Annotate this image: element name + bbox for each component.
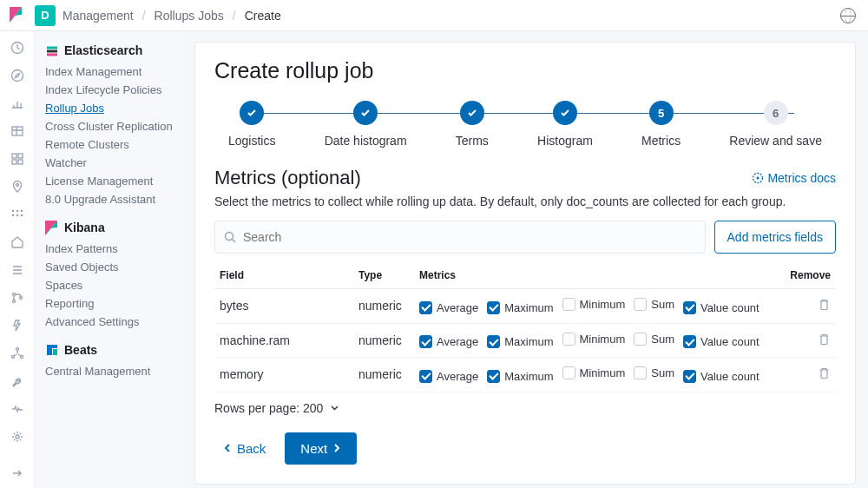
col-field[interactable]: Field bbox=[214, 260, 353, 289]
svg-point-1 bbox=[11, 70, 23, 82]
metric-checkbox[interactable]: Maximum bbox=[487, 370, 553, 383]
sidebar-item[interactable]: Rollup Jobs bbox=[45, 99, 174, 117]
step-1-label: Logistics bbox=[228, 134, 275, 148]
sidebar-item[interactable]: Reporting bbox=[45, 294, 174, 313]
sidebar-item[interactable]: License Management bbox=[45, 172, 174, 190]
globe-icon[interactable] bbox=[840, 8, 856, 23]
wrench-icon[interactable] bbox=[10, 373, 25, 389]
svg-rect-4 bbox=[18, 154, 23, 158]
metric-checkbox[interactable]: Average bbox=[419, 335, 478, 348]
gear-icon[interactable] bbox=[10, 429, 25, 445]
sidebar-item[interactable]: Index Patterns bbox=[45, 240, 174, 258]
metric-checkbox[interactable]: Average bbox=[419, 370, 478, 383]
metric-checkbox[interactable]: Sum bbox=[634, 333, 674, 346]
space-badge[interactable]: D bbox=[35, 5, 56, 26]
metric-label: Sum bbox=[651, 333, 674, 346]
trash-icon[interactable] bbox=[818, 333, 831, 346]
step-6[interactable]: 6 bbox=[764, 101, 788, 125]
pin-icon[interactable] bbox=[10, 179, 25, 195]
list-icon[interactable] bbox=[10, 262, 25, 278]
sidebar-item[interactable]: Saved Objects bbox=[45, 258, 174, 276]
home-icon[interactable] bbox=[10, 234, 25, 250]
metric-checkbox[interactable]: Value count bbox=[683, 301, 760, 314]
compass-icon[interactable] bbox=[10, 68, 25, 83]
checkbox-icon[interactable] bbox=[419, 301, 432, 314]
dots-icon[interactable] bbox=[10, 207, 25, 222]
metric-checkbox[interactable]: Average bbox=[419, 301, 478, 314]
trash-icon[interactable] bbox=[818, 298, 831, 311]
sidebar-item[interactable]: Advanced Settings bbox=[45, 313, 174, 331]
step-4[interactable] bbox=[553, 101, 577, 125]
sidebar-item[interactable]: Central Management bbox=[45, 362, 174, 380]
svg-point-8 bbox=[11, 210, 14, 213]
metric-checkbox[interactable]: Maximum bbox=[487, 301, 553, 314]
sidebar-section-title: Elasticsearch bbox=[45, 43, 174, 57]
checkbox-icon[interactable] bbox=[562, 298, 575, 311]
checkbox-icon[interactable] bbox=[683, 370, 696, 383]
back-button[interactable]: Back bbox=[214, 432, 274, 465]
sidebar-item[interactable]: Remote Clusters bbox=[45, 135, 174, 154]
search-input[interactable] bbox=[243, 230, 696, 244]
kibana-logo[interactable] bbox=[7, 5, 28, 26]
crumb-rollups[interactable]: Rollups Jobs bbox=[155, 9, 224, 23]
branch-icon[interactable] bbox=[10, 290, 25, 306]
rows-per-page[interactable]: Rows per page: 200 bbox=[214, 401, 836, 415]
next-button[interactable]: Next bbox=[285, 432, 357, 465]
metric-checkbox[interactable]: Minimum bbox=[562, 333, 626, 346]
checkbox-icon[interactable] bbox=[562, 366, 575, 379]
checkbox-icon[interactable] bbox=[683, 335, 696, 348]
checkbox-icon[interactable] bbox=[634, 366, 647, 379]
node-icon[interactable] bbox=[10, 346, 25, 361]
breadcrumb: Management / Rollups Jobs / Create bbox=[62, 9, 281, 23]
checkbox-icon[interactable] bbox=[419, 335, 432, 348]
col-type[interactable]: Type bbox=[353, 260, 414, 289]
step-2[interactable] bbox=[353, 101, 378, 125]
back-label: Back bbox=[237, 441, 266, 456]
sidebar-item[interactable]: Spaces bbox=[45, 276, 174, 294]
grid-icon[interactable] bbox=[10, 123, 25, 139]
section-title: Metrics (optional) bbox=[214, 167, 361, 189]
metric-checkbox[interactable]: Value count bbox=[683, 335, 760, 348]
add-metrics-button[interactable]: Add metrics fields bbox=[714, 221, 836, 254]
sidebar-item[interactable]: Watcher bbox=[45, 154, 174, 172]
checkbox-icon[interactable] bbox=[487, 370, 500, 383]
metric-checkbox[interactable]: Minimum bbox=[562, 366, 626, 379]
heart-icon[interactable] bbox=[10, 401, 25, 417]
crumb-management[interactable]: Management bbox=[62, 9, 134, 23]
metric-checkbox[interactable]: Sum bbox=[634, 298, 674, 311]
sidebar-item[interactable]: 8.0 Upgrade Assistant bbox=[45, 190, 174, 208]
step-5[interactable]: 5 bbox=[649, 101, 674, 125]
trash-icon[interactable] bbox=[818, 366, 831, 379]
checkbox-icon[interactable] bbox=[562, 333, 575, 346]
sidebar-item[interactable]: Cross Cluster Replication bbox=[45, 117, 174, 135]
step-3[interactable] bbox=[460, 101, 484, 125]
metric-label: Maximum bbox=[504, 370, 553, 383]
spark-icon[interactable] bbox=[10, 318, 25, 333]
checkbox-icon[interactable] bbox=[634, 333, 647, 346]
metric-label: Value count bbox=[700, 335, 760, 348]
svg-point-20 bbox=[16, 435, 19, 439]
col-metrics: Metrics bbox=[414, 260, 784, 289]
checkbox-icon[interactable] bbox=[683, 301, 696, 314]
sidebar-item[interactable]: Index Lifecycle Policies bbox=[45, 81, 174, 99]
checkbox-icon[interactable] bbox=[487, 301, 500, 314]
main: Create rollup job Logistics Date histogr… bbox=[182, 31, 868, 488]
search-box[interactable] bbox=[214, 221, 706, 254]
dashboard-icon[interactable] bbox=[10, 151, 25, 167]
metrics-table: Field Type Metrics Remove bytesnumericAv… bbox=[214, 260, 836, 392]
checkbox-icon[interactable] bbox=[419, 370, 432, 383]
chart-icon[interactable] bbox=[10, 96, 25, 111]
metric-checkbox[interactable]: Minimum bbox=[562, 298, 626, 311]
metric-label: Minimum bbox=[580, 298, 626, 311]
metric-checkbox[interactable]: Sum bbox=[634, 366, 674, 379]
checkbox-icon[interactable] bbox=[634, 298, 647, 311]
docs-link[interactable]: Metrics docs bbox=[752, 171, 836, 185]
clock-icon[interactable] bbox=[10, 40, 25, 56]
metric-checkbox[interactable]: Maximum bbox=[487, 335, 553, 348]
step-4-label: Histogram bbox=[537, 134, 593, 148]
sidebar-item[interactable]: Index Management bbox=[45, 63, 174, 81]
collapse-icon[interactable] bbox=[10, 465, 25, 481]
metric-checkbox[interactable]: Value count bbox=[683, 370, 760, 383]
checkbox-icon[interactable] bbox=[487, 335, 500, 348]
step-1[interactable] bbox=[240, 101, 264, 125]
